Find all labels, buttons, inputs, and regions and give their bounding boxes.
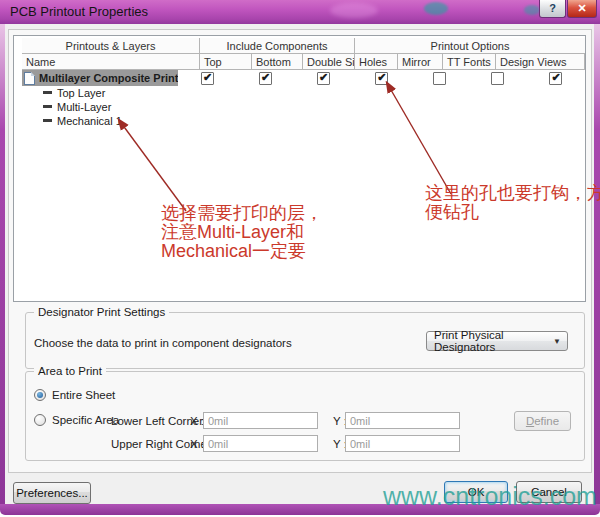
close-button[interactable]: ✕ (567, 0, 597, 18)
column-header-design-views: Design Views (496, 54, 585, 69)
group-header-printouts-layers: Printouts & Layers (22, 38, 200, 53)
cancel-button[interactable]: Cancel (516, 481, 582, 503)
layer-dash-icon (43, 119, 52, 122)
printouts-table: Printouts & Layers Include Components Pr… (13, 35, 586, 302)
x-label: X : (190, 415, 204, 427)
checkbox-tt-fonts[interactable] (491, 72, 504, 85)
column-header-mirror: Mirror (398, 54, 443, 69)
column-header-bottom: Bottom (252, 54, 303, 69)
pcb-printout-properties-dialog: PCB Printout Properties ? ✕ Printouts & … (0, 0, 600, 517)
lower-left-x-field[interactable]: 0mil (203, 412, 318, 429)
layer-label: Mechanical 1 (57, 115, 122, 127)
radio-entire-sheet[interactable] (34, 389, 46, 401)
printout-name-cell[interactable]: Multilayer Composite Print (22, 70, 178, 86)
column-header-row: Name Top Bottom Double Si... Holes Mirro… (22, 54, 585, 70)
upper-right-x-field[interactable]: 0mil (203, 435, 318, 452)
ok-button[interactable]: OK (444, 481, 508, 503)
lower-left-y-field[interactable]: 0mil (345, 412, 460, 429)
designator-dropdown-value: Print Physical Designators (434, 329, 567, 353)
radio-specific-area[interactable] (34, 414, 46, 426)
designator-instruction: Choose the data to print in component de… (34, 337, 292, 349)
designator-print-settings-group: Designator Print Settings Choose the dat… (25, 312, 585, 369)
define-button[interactable]: Define (514, 411, 571, 431)
printout-name: Multilayer Composite Print (39, 72, 178, 84)
layer-label: Top Layer (57, 87, 105, 99)
checkbox-holes[interactable] (375, 72, 388, 85)
watermark-smudge (424, 2, 448, 15)
checkbox-mirror[interactable] (433, 72, 446, 85)
layer-dash-icon (43, 105, 52, 108)
group-legend: Designator Print Settings (34, 306, 169, 318)
title-bar[interactable]: PCB Printout Properties ? ✕ (0, 0, 600, 24)
printout-row[interactable]: Multilayer Composite Print (22, 70, 585, 86)
help-button[interactable]: ? (539, 0, 566, 18)
column-header-double-sided: Double Si... (303, 54, 355, 69)
layer-dash-icon (43, 91, 52, 94)
watermark-smudge (524, 5, 540, 15)
layer-label: Multi-Layer (57, 101, 111, 113)
column-header-holes: Holes (355, 54, 398, 69)
group-header-printout-options: Printout Options (355, 38, 585, 53)
column-header-tt-fonts: TT Fonts (443, 54, 496, 69)
checkbox-double-sided[interactable] (317, 72, 330, 85)
layer-item-multi-layer[interactable]: Multi-Layer (22, 100, 111, 113)
window-border-bottom (0, 504, 600, 515)
area-to-print-group: Area to Print Entire Sheet Specific Area… (25, 371, 585, 461)
checkbox-top[interactable] (201, 72, 214, 85)
window-title: PCB Printout Properties (10, 4, 148, 19)
document-icon (24, 72, 35, 85)
upper-right-y-field[interactable]: 0mil (345, 435, 460, 452)
column-header-name: Name (22, 54, 200, 69)
radio-entire-sheet-label[interactable]: Entire Sheet (52, 389, 115, 401)
x-label: X : (190, 438, 204, 450)
chevron-down-icon: ▼ (553, 337, 561, 346)
group-legend: Area to Print (34, 365, 106, 377)
group-header-row: Printouts & Layers Include Components Pr… (22, 38, 585, 54)
checkbox-design-views[interactable] (549, 72, 562, 85)
layer-item-top-layer[interactable]: Top Layer (22, 86, 105, 99)
layer-item-mechanical-1[interactable]: Mechanical 1 (22, 114, 122, 127)
checkbox-bottom[interactable] (259, 72, 272, 85)
group-header-include-components: Include Components (200, 38, 355, 53)
preferences-button[interactable]: Preferences... (13, 482, 91, 504)
titlebar-smudge (330, 3, 378, 18)
radio-specific-area-label[interactable]: Specific Area (52, 414, 119, 426)
designator-dropdown[interactable]: Print Physical Designators ▼ (426, 331, 568, 351)
column-header-top: Top (200, 54, 252, 69)
window-border-right (594, 24, 600, 505)
